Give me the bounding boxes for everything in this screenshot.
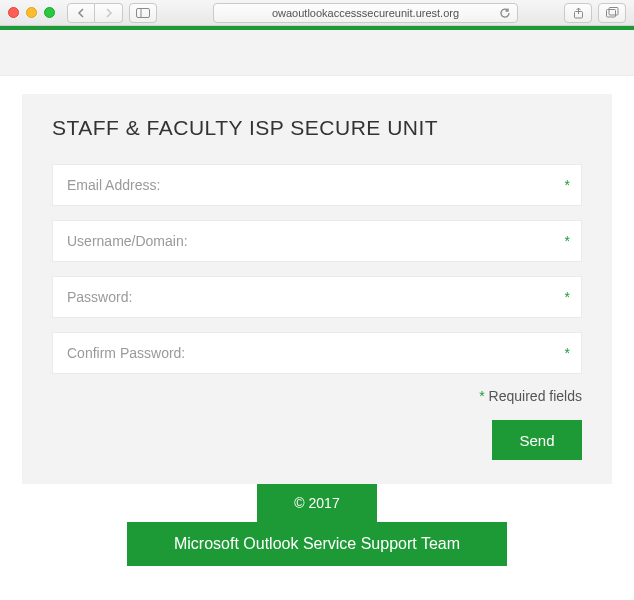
toolbar-right: [564, 3, 626, 23]
confirm-password-field[interactable]: [52, 332, 582, 374]
password-field[interactable]: [52, 276, 582, 318]
page-title: STAFF & FACULTY ISP SECURE UNIT: [52, 116, 582, 140]
email-field-wrap: *: [52, 164, 582, 206]
footer-team: Microsoft Outlook Service Support Team: [127, 522, 507, 566]
svg-rect-4: [609, 8, 618, 16]
browser-toolbar: owaoutlookaccesssecureunit.urest.org: [0, 0, 634, 26]
tabs-button[interactable]: [598, 3, 626, 23]
svg-rect-0: [137, 8, 150, 17]
password-field-wrap: *: [52, 276, 582, 318]
confirm-password-field-wrap: *: [52, 332, 582, 374]
required-star-icon: *: [565, 233, 570, 249]
send-row: Send: [52, 420, 582, 460]
username-field-wrap: *: [52, 220, 582, 262]
window-controls: [8, 7, 55, 18]
back-button[interactable]: [67, 3, 95, 23]
email-field[interactable]: [52, 164, 582, 206]
share-button[interactable]: [564, 3, 592, 23]
close-window-button[interactable]: [8, 7, 19, 18]
required-star-icon: *: [565, 345, 570, 361]
maximize-window-button[interactable]: [44, 7, 55, 18]
send-button[interactable]: Send: [492, 420, 582, 460]
form-card: STAFF & FACULTY ISP SECURE UNIT * * * * …: [22, 94, 612, 484]
required-star-icon: *: [479, 388, 484, 404]
required-legend-text: Required fields: [489, 388, 582, 404]
forward-button[interactable]: [95, 3, 123, 23]
header-band: [0, 30, 634, 76]
address-bar[interactable]: owaoutlookaccesssecureunit.urest.org: [213, 3, 518, 23]
required-star-icon: *: [565, 289, 570, 305]
page-content: STAFF & FACULTY ISP SECURE UNIT * * * * …: [0, 76, 634, 566]
required-legend: *Required fields: [52, 388, 582, 404]
username-field[interactable]: [52, 220, 582, 262]
sidebar-toggle-button[interactable]: [129, 3, 157, 23]
url-text: owaoutlookaccesssecureunit.urest.org: [272, 7, 459, 19]
svg-rect-3: [606, 10, 615, 18]
required-star-icon: *: [565, 177, 570, 193]
reload-icon[interactable]: [499, 7, 511, 19]
footer: © 2017 Microsoft Outlook Service Support…: [22, 484, 612, 566]
footer-copyright: © 2017: [257, 484, 377, 522]
nav-buttons: [67, 3, 123, 23]
minimize-window-button[interactable]: [26, 7, 37, 18]
